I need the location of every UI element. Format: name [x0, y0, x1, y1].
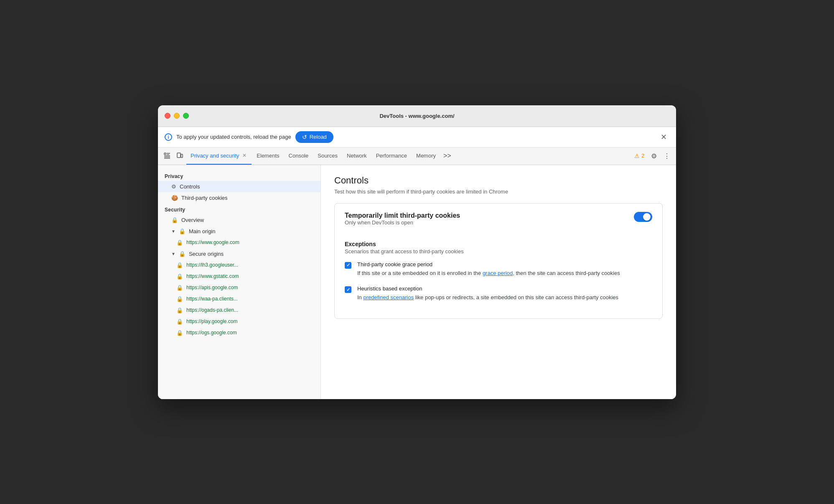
heuristics-link[interactable]: predefined scenarios — [363, 294, 414, 300]
sidebar-item-url1[interactable]: 🔒 https://lh3.googleuser... — [158, 260, 320, 271]
tab-privacy-label: Privacy and security — [191, 153, 239, 159]
sidebar-item-url5[interactable]: 🔒 https://ogads-pa.clien... — [158, 305, 320, 316]
notification-close-button[interactable]: ✕ — [658, 132, 669, 143]
traffic-lights — [165, 113, 189, 119]
tab-network[interactable]: Network — [343, 147, 371, 165]
lock-icon-url2: 🔒 — [176, 273, 183, 280]
notification-message: To apply your updated controls, reload t… — [176, 134, 291, 140]
reload-icon: ↺ — [302, 134, 307, 140]
sidebar-item-url7[interactable]: 🔒 https://ogs.google.com — [158, 327, 320, 339]
sidebar-item-controls[interactable]: ⚙ Controls — [158, 181, 320, 192]
tab-console[interactable]: Console — [285, 147, 313, 165]
device-toolbar-button[interactable] — [174, 151, 186, 161]
inspect-element-button[interactable] — [161, 151, 173, 161]
gear-icon: ⚙ — [171, 183, 176, 190]
exceptions-subtitle: Scenarios that grant access to third-par… — [345, 248, 652, 255]
sidebar-item-main-origin-url[interactable]: 🔒 https://www.google.com — [158, 237, 320, 248]
checkmark-icon-2: ✓ — [346, 287, 350, 293]
heuristics-text: Heuristics based exception In predefined… — [357, 285, 618, 302]
tab-privacy-close[interactable]: ✕ — [242, 152, 247, 159]
reload-label: Reload — [310, 134, 327, 140]
url3-label: https://apis.google.com — [186, 285, 238, 290]
content-area: Privacy ⚙ Controls 🍪 Third-party cookies… — [158, 165, 676, 399]
tab-privacy-and-security[interactable]: Privacy and security ✕ — [186, 147, 252, 165]
settings-button[interactable]: ⚙ — [648, 150, 659, 162]
sidebar-item-secure-origins[interactable]: ▼ 🔒 Secure origins — [158, 248, 320, 260]
sidebar-controls-label: Controls — [180, 183, 200, 190]
tab-performance[interactable]: Performance — [372, 147, 411, 165]
sidebar-item-url4[interactable]: 🔒 https://waa-pa.clients... — [158, 293, 320, 305]
toggle-switch[interactable] — [634, 212, 652, 222]
sidebar-item-url6[interactable]: 🔒 https://play.google.com — [158, 316, 320, 327]
tab-memory[interactable]: Memory — [412, 147, 440, 165]
warning-badge[interactable]: ⚠ 2 — [632, 152, 647, 160]
url5-label: https://ogads-pa.clien... — [186, 307, 238, 313]
close-button[interactable] — [165, 113, 170, 119]
grace-period-link[interactable]: grace period — [483, 270, 513, 276]
heuristics-desc-before: In — [357, 294, 363, 300]
card-title-block: Temporarily limit third-party cookies On… — [345, 212, 460, 234]
sidebar-item-url3[interactable]: 🔒 https://apis.google.com — [158, 282, 320, 293]
exception-grace-period: ✓ Third-party cookie grace period If thi… — [345, 261, 652, 277]
lock-icon-url6: 🔒 — [176, 318, 183, 325]
url4-label: https://waa-pa.clients... — [186, 296, 238, 302]
sidebar-item-url2[interactable]: 🔒 https://www.gstatic.com — [158, 271, 320, 282]
heuristics-desc-after: like pop-ups or redirects, a site embedd… — [414, 294, 618, 300]
lock-icon-secure: 🔒 — [179, 251, 186, 257]
maximize-button[interactable] — [183, 113, 189, 119]
sidebar-item-main-origin[interactable]: ▼ 🔒 Main origin — [158, 226, 320, 237]
exceptions-section: Exceptions Scenarios that grant access t… — [345, 241, 652, 302]
grace-period-desc-before: If this site or a site embedded on it is… — [357, 270, 483, 276]
grace-period-checkbox[interactable]: ✓ — [345, 262, 351, 269]
main-origin-url-label: https://www.google.com — [186, 239, 239, 245]
toolbar: Privacy and security ✕ Elements Console … — [158, 148, 676, 165]
sidebar-item-third-party-cookies[interactable]: 🍪 Third-party cookies — [158, 192, 320, 204]
collapse-arrow-secure: ▼ — [171, 252, 175, 256]
svg-rect-7 — [181, 154, 183, 158]
lock-icon-overview: 🔒 — [171, 217, 178, 223]
grace-period-name: Third-party cookie grace period — [357, 261, 620, 267]
inspect-icon — [164, 153, 170, 159]
grace-period-desc: If this site or a site embedded on it is… — [357, 269, 620, 277]
more-tabs-label: >> — [443, 152, 451, 160]
svg-rect-2 — [167, 154, 169, 155]
tab-network-label: Network — [347, 153, 367, 159]
notification-content: i To apply your updated controls, reload… — [165, 131, 333, 143]
more-options-button[interactable]: ⋮ — [661, 150, 673, 162]
grace-period-desc-after: , then the site can access third-party c… — [513, 270, 620, 276]
sidebar-item-overview[interactable]: 🔒 Overview — [158, 214, 320, 226]
more-tabs-button[interactable]: >> — [441, 150, 454, 161]
tab-elements[interactable]: Elements — [252, 147, 283, 165]
titlebar: DevTools - www.google.com/ — [158, 105, 676, 127]
cookie-icon: 🍪 — [171, 195, 178, 201]
heuristics-name: Heuristics based exception — [357, 285, 618, 292]
heuristics-checkbox[interactable]: ✓ — [345, 286, 351, 293]
sidebar-overview-label: Overview — [181, 217, 204, 223]
lock-icon-url1: 🔒 — [176, 262, 183, 268]
url7-label: https://ogs.google.com — [186, 330, 237, 336]
lock-icon-url3: 🔒 — [176, 285, 183, 291]
svg-rect-1 — [167, 153, 170, 154]
devtools-window: DevTools - www.google.com/ i To apply yo… — [158, 105, 676, 399]
warning-count: 2 — [641, 153, 644, 159]
reload-button[interactable]: ↺ Reload — [295, 131, 333, 143]
sidebar-main-origin-label: Main origin — [189, 228, 216, 234]
lock-icon-main-url: 🔒 — [176, 239, 183, 246]
grace-period-text: Third-party cookie grace period If this … — [357, 261, 620, 277]
tab-elements-label: Elements — [257, 153, 279, 159]
checkmark-icon: ✓ — [346, 262, 350, 268]
toggle-knob — [643, 213, 651, 221]
main-content: Controls Test how this site will perform… — [321, 165, 676, 399]
tab-console-label: Console — [289, 153, 309, 159]
card-subtitle: Only when DevTools is open — [345, 219, 460, 226]
device-icon — [176, 153, 183, 159]
sidebar-third-party-label: Third-party cookies — [181, 195, 228, 201]
minimize-button[interactable] — [174, 113, 180, 119]
heuristics-desc: In predefined scenarios like pop-ups or … — [357, 293, 618, 302]
exceptions-title: Exceptions — [345, 241, 652, 247]
svg-rect-0 — [164, 153, 166, 155]
tab-memory-label: Memory — [416, 153, 436, 159]
tab-sources[interactable]: Sources — [313, 147, 342, 165]
settings-icon: ⚙ — [651, 152, 657, 160]
lock-icon-url4: 🔒 — [176, 296, 183, 302]
